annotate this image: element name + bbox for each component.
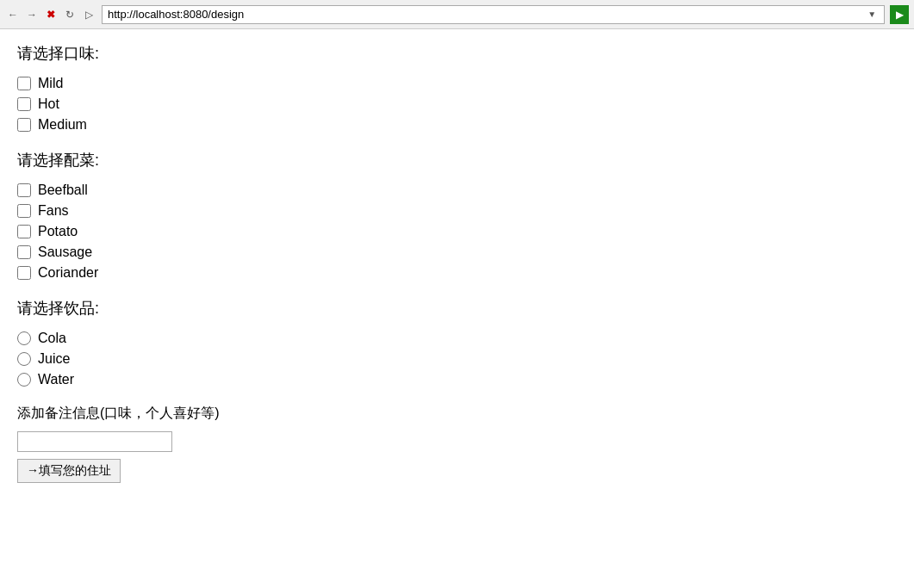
flavor-hot-label: Hot bbox=[38, 96, 59, 112]
flavor-mild-item[interactable]: Mild bbox=[17, 76, 586, 91]
flavor-hot-checkbox[interactable] bbox=[17, 97, 31, 111]
flavor-medium-checkbox[interactable] bbox=[17, 118, 31, 132]
flavor-hot-item[interactable]: Hot bbox=[17, 96, 586, 112]
drink-water-item[interactable]: Water bbox=[17, 372, 586, 387]
sides-coriander-label: Coriander bbox=[38, 265, 98, 281]
drinks-section-title: 请选择饮品: bbox=[17, 298, 586, 319]
sides-beefball-checkbox[interactable] bbox=[17, 183, 31, 197]
flavor-checkbox-group: Mild Hot Medium bbox=[17, 76, 586, 133]
sides-sausage-item[interactable]: Sausage bbox=[17, 244, 586, 260]
notes-section: 添加备注信息(口味，个人喜好等) →填写您的住址 bbox=[17, 405, 586, 483]
url-input[interactable] bbox=[108, 8, 865, 21]
notes-input[interactable] bbox=[17, 431, 172, 452]
sides-coriander-checkbox[interactable] bbox=[17, 266, 31, 280]
sides-potato-item[interactable]: Potato bbox=[17, 224, 586, 239]
flavor-section-title: 请选择口味: bbox=[17, 43, 586, 64]
drink-cola-radio[interactable] bbox=[17, 331, 31, 345]
drink-cola-item[interactable]: Cola bbox=[17, 331, 586, 346]
back-button[interactable]: ← bbox=[5, 7, 21, 22]
browser-toolbar: ← → ✖ ↻ ▷ ▼ ▶ bbox=[0, 0, 914, 29]
flavor-mild-checkbox[interactable] bbox=[17, 77, 31, 90]
forward-button[interactable]: → bbox=[24, 7, 40, 22]
refresh-button[interactable]: ↻ bbox=[62, 7, 78, 22]
drink-juice-item[interactable]: Juice bbox=[17, 351, 586, 367]
sides-sausage-checkbox[interactable] bbox=[17, 245, 31, 259]
flavor-medium-label: Medium bbox=[38, 117, 87, 133]
sides-coriander-item[interactable]: Coriander bbox=[17, 265, 586, 281]
drinks-section: 请选择饮品: Cola Juice Water bbox=[17, 298, 586, 387]
drink-juice-radio[interactable] bbox=[17, 352, 31, 366]
nav-buttons: ← → ✖ ↻ ▷ bbox=[5, 7, 96, 22]
flavor-mild-label: Mild bbox=[38, 76, 63, 91]
stop-button[interactable]: ✖ bbox=[43, 7, 59, 22]
drink-water-label: Water bbox=[38, 372, 74, 387]
sides-section-title: 请选择配菜: bbox=[17, 150, 586, 170]
sides-beefball-label: Beefball bbox=[38, 183, 88, 198]
go-button[interactable]: ▶ bbox=[890, 5, 909, 24]
notes-section-title: 添加备注信息(口味，个人喜好等) bbox=[17, 405, 586, 423]
home-button[interactable]: ▷ bbox=[81, 7, 96, 22]
sides-checkbox-group: Beefball Fans Potato Sausage Coriander bbox=[17, 183, 586, 281]
address-button[interactable]: →填写您的住址 bbox=[17, 459, 121, 483]
drink-juice-label: Juice bbox=[38, 351, 70, 367]
sides-fans-label: Fans bbox=[38, 203, 69, 219]
sides-sausage-label: Sausage bbox=[38, 244, 92, 260]
flavor-medium-item[interactable]: Medium bbox=[17, 117, 586, 133]
sides-potato-label: Potato bbox=[38, 224, 78, 239]
sides-fans-checkbox[interactable] bbox=[17, 204, 31, 218]
sides-potato-checkbox[interactable] bbox=[17, 225, 31, 238]
flavor-section: 请选择口味: Mild Hot Medium bbox=[17, 43, 586, 133]
sides-beefball-item[interactable]: Beefball bbox=[17, 183, 586, 198]
drink-water-radio[interactable] bbox=[17, 373, 31, 387]
address-bar[interactable]: ▼ bbox=[102, 5, 885, 24]
address-dropdown-icon[interactable]: ▼ bbox=[865, 9, 879, 19]
drink-cola-label: Cola bbox=[38, 331, 66, 346]
page-content: 请选择口味: Mild Hot Medium 请选择配菜: Beefball bbox=[0, 29, 603, 509]
drinks-radio-group: Cola Juice Water bbox=[17, 331, 586, 387]
sides-fans-item[interactable]: Fans bbox=[17, 203, 586, 219]
sides-section: 请选择配菜: Beefball Fans Potato Sausage Cori… bbox=[17, 150, 586, 281]
